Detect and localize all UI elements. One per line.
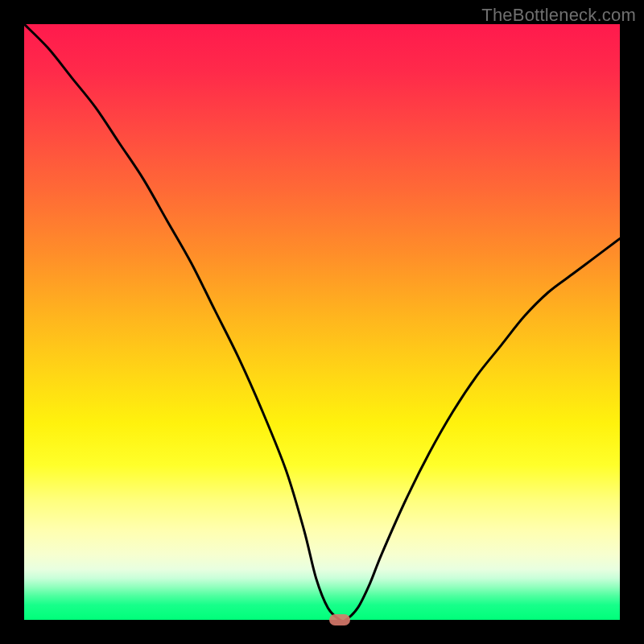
optimal-point-marker — [329, 614, 350, 625]
plot-area — [24, 24, 620, 620]
bottleneck-curve — [24, 24, 620, 620]
chart-frame: TheBottleneck.com — [0, 0, 644, 644]
watermark-text: TheBottleneck.com — [481, 5, 636, 26]
